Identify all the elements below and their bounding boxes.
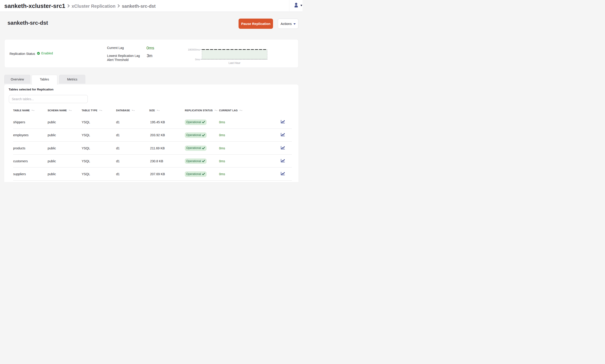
svg-text:0ms: 0ms	[195, 58, 200, 61]
svg-text:180000ms: 180000ms	[188, 48, 200, 51]
svg-text:Last Hour: Last Hour	[229, 61, 240, 65]
